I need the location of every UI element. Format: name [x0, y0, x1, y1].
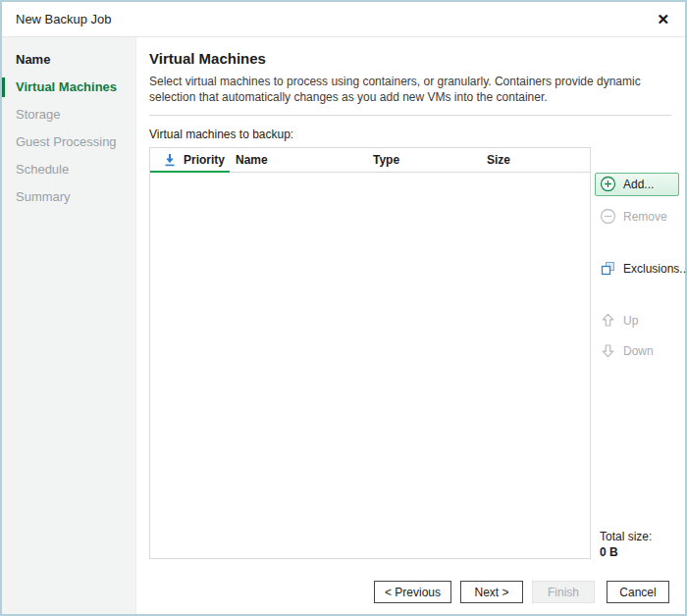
window-title: New Backup Job [16, 12, 112, 26]
new-backup-job-dialog: New Backup Job ✕ Name Virtual Machines S… [0, 0, 687, 616]
add-button[interactable]: Add... [595, 173, 679, 196]
sidebar-item-summary[interactable]: Summary [2, 183, 135, 211]
vm-table-label: Virtual machines to backup: [149, 128, 679, 141]
next-button[interactable]: Next > [460, 581, 523, 603]
vm-table: Priority Name Type Size [149, 147, 591, 559]
arrow-up-icon [600, 312, 616, 329]
sidebar-item-storage[interactable]: Storage [2, 101, 135, 128]
step-label: Schedule [16, 162, 69, 177]
column-header-type[interactable]: Type [371, 153, 485, 167]
column-label: Priority [184, 153, 225, 167]
vm-actions-column: Add... Remove [595, 147, 679, 559]
sort-descending-icon [163, 153, 177, 167]
sidebar-item-virtual-machines[interactable]: Virtual Machines [2, 74, 135, 101]
cancel-button[interactable]: Cancel [607, 581, 669, 603]
column-header-priority[interactable]: Priority [150, 153, 234, 167]
spacer [595, 363, 679, 530]
exclusions-button[interactable]: Exclusions... [595, 257, 679, 281]
wizard-steps-sidebar: Name Virtual Machines Storage Guest Proc… [2, 37, 136, 614]
divider [149, 115, 671, 116]
action-label: Add... [623, 178, 654, 191]
action-label: Exclusions... [623, 262, 687, 276]
vm-table-body[interactable] [150, 173, 590, 558]
step-label: Guest Processing [16, 134, 117, 149]
wizard-footer: < Previous Next > Finish Cancel [149, 581, 679, 603]
action-label: Up [623, 314, 638, 328]
main-panel: Virtual Machines Select virtual machines… [136, 37, 685, 614]
finish-button[interactable]: Finish [532, 581, 595, 603]
remove-button[interactable]: Remove [595, 205, 679, 229]
step-label: Summary [16, 189, 71, 204]
up-button[interactable]: Up [595, 309, 679, 333]
total-size-value: 0 B [600, 545, 679, 559]
sidebar-item-guest-processing[interactable]: Guest Processing [2, 128, 135, 156]
sorted-column-indicator [150, 171, 230, 173]
title-bar: New Backup Job ✕ [2, 2, 685, 37]
step-label: Storage [16, 107, 61, 122]
plus-circle-icon [600, 176, 616, 192]
action-label: Remove [623, 210, 667, 224]
page-description: Select virtual machines to process using… [149, 75, 675, 106]
previous-button[interactable]: < Previous [374, 581, 451, 603]
close-icon[interactable]: ✕ [655, 10, 671, 28]
column-header-size[interactable]: Size [485, 153, 590, 167]
action-label: Down [623, 344, 654, 358]
step-label: Virtual Machines [16, 79, 117, 94]
minus-circle-icon [600, 208, 616, 225]
sidebar-item-name[interactable]: Name [2, 46, 135, 74]
column-header-name[interactable]: Name [234, 153, 371, 167]
step-label: Name [16, 52, 50, 67]
total-size-block: Total size: 0 B [595, 530, 679, 559]
overlapping-squares-icon [600, 260, 616, 277]
sidebar-item-schedule[interactable]: Schedule [2, 156, 135, 183]
arrow-down-icon [600, 342, 616, 359]
down-button[interactable]: Down [595, 339, 679, 363]
vm-table-header: Priority Name Type Size [150, 148, 590, 173]
page-title: Virtual Machines [149, 50, 679, 67]
total-size-label: Total size: [600, 530, 679, 543]
